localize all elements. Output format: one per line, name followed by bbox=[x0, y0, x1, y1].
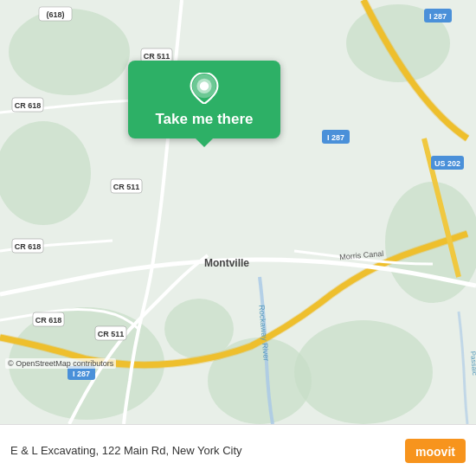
svg-text:CR 618: CR 618 bbox=[35, 316, 62, 325]
svg-text:CR 511: CR 511 bbox=[98, 330, 125, 338]
svg-text:I 287: I 287 bbox=[73, 370, 90, 378]
osm-attribution: © OpenStreetMap contributors bbox=[5, 358, 116, 369]
svg-text:CR 618: CR 618 bbox=[15, 242, 42, 251]
svg-point-37 bbox=[200, 81, 209, 90]
svg-text:moovit: moovit bbox=[415, 445, 455, 459]
info-bar: E & L Excavating, 122 Main Rd, New York … bbox=[0, 424, 476, 476]
svg-text:Montville: Montville bbox=[204, 257, 249, 269]
svg-text:CR 618: CR 618 bbox=[15, 101, 42, 110]
moovit-logo: moovit bbox=[405, 439, 466, 463]
address-text: E & L Excavating, 122 Main Rd, New York … bbox=[10, 444, 405, 457]
svg-text:CR 511: CR 511 bbox=[113, 183, 140, 191]
svg-text:I 287: I 287 bbox=[429, 12, 447, 21]
svg-text:CR 511: CR 511 bbox=[144, 52, 170, 61]
svg-point-3 bbox=[0, 121, 91, 225]
svg-text:US 202: US 202 bbox=[434, 159, 460, 168]
moovit-logo-svg: moovit bbox=[405, 439, 466, 463]
svg-text:(618): (618) bbox=[46, 10, 64, 19]
map-container: (618) I 287 I 287 US 202 I 287 CR 511 CR… bbox=[0, 0, 476, 424]
location-pin-icon bbox=[189, 73, 220, 104]
svg-point-8 bbox=[164, 299, 234, 359]
location-popup: Take me there bbox=[128, 61, 280, 138]
svg-point-7 bbox=[208, 338, 312, 424]
svg-text:I 287: I 287 bbox=[327, 133, 344, 142]
svg-point-6 bbox=[294, 320, 433, 424]
take-me-there-button[interactable]: Take me there bbox=[155, 111, 253, 128]
svg-point-1 bbox=[9, 9, 130, 95]
